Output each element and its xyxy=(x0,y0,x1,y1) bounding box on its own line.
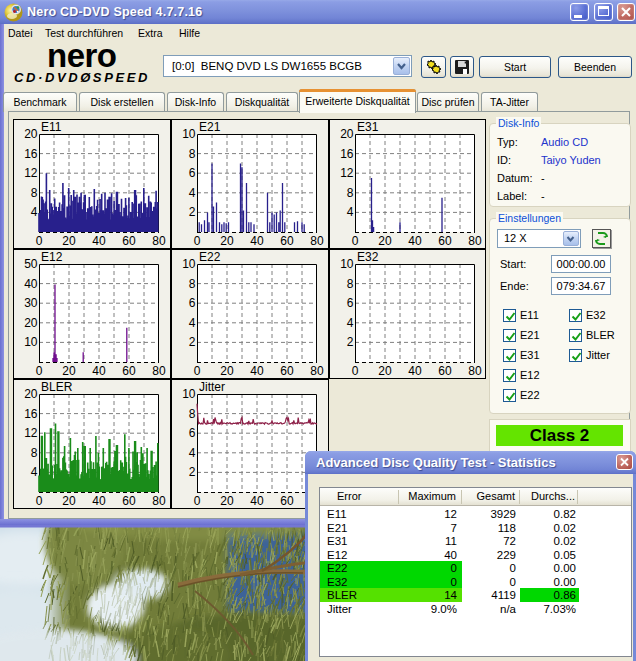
svg-text:40: 40 xyxy=(24,277,38,291)
svg-text:60: 60 xyxy=(122,494,136,508)
svg-text:10: 10 xyxy=(182,387,196,401)
svg-text:40: 40 xyxy=(250,494,264,508)
svg-text:60: 60 xyxy=(122,234,136,248)
svg-text:10: 10 xyxy=(340,257,354,271)
svg-text:40: 40 xyxy=(92,494,106,508)
svg-text:80: 80 xyxy=(310,234,324,248)
svg-text:20: 20 xyxy=(220,494,234,508)
svg-text:40: 40 xyxy=(408,364,422,378)
svg-text:E31: E31 xyxy=(357,120,379,134)
svg-text:20: 20 xyxy=(62,364,76,378)
svg-text:4: 4 xyxy=(189,316,196,330)
svg-text:6: 6 xyxy=(189,296,196,310)
svg-text:10: 10 xyxy=(182,127,196,141)
svg-text:8: 8 xyxy=(347,277,354,291)
svg-text:60: 60 xyxy=(438,234,452,248)
svg-text:20: 20 xyxy=(378,234,392,248)
svg-text:50: 50 xyxy=(24,257,38,271)
svg-text:0: 0 xyxy=(36,234,43,248)
svg-text:16: 16 xyxy=(24,147,38,161)
svg-text:12: 12 xyxy=(24,166,38,180)
svg-text:40: 40 xyxy=(250,364,264,378)
svg-text:8: 8 xyxy=(347,186,354,200)
svg-text:20: 20 xyxy=(62,234,76,248)
svg-text:8: 8 xyxy=(31,186,38,200)
svg-text:E21: E21 xyxy=(199,120,221,134)
svg-text:60: 60 xyxy=(438,364,452,378)
svg-text:16: 16 xyxy=(340,147,354,161)
svg-text:E11: E11 xyxy=(41,120,62,134)
svg-text:30: 30 xyxy=(24,296,38,310)
svg-text:8: 8 xyxy=(189,277,196,291)
svg-text:2: 2 xyxy=(189,335,196,349)
svg-text:80: 80 xyxy=(152,234,166,248)
svg-text:0: 0 xyxy=(36,364,43,378)
svg-text:2: 2 xyxy=(189,205,196,219)
svg-text:10: 10 xyxy=(24,335,38,349)
svg-text:2: 2 xyxy=(347,335,354,349)
svg-text:80: 80 xyxy=(310,364,324,378)
svg-text:4: 4 xyxy=(31,465,38,479)
svg-text:E32: E32 xyxy=(357,250,379,264)
svg-text:0: 0 xyxy=(352,234,359,248)
svg-text:0: 0 xyxy=(194,494,201,508)
svg-text:20: 20 xyxy=(24,127,38,141)
svg-text:4: 4 xyxy=(31,205,38,219)
svg-text:0: 0 xyxy=(352,364,359,378)
svg-text:0: 0 xyxy=(36,494,43,508)
svg-text:80: 80 xyxy=(468,234,482,248)
svg-text:20: 20 xyxy=(24,387,38,401)
svg-text:6: 6 xyxy=(347,296,354,310)
svg-text:4: 4 xyxy=(189,186,196,200)
svg-text:16: 16 xyxy=(24,407,38,421)
svg-text:0: 0 xyxy=(194,234,201,248)
svg-text:20: 20 xyxy=(220,364,234,378)
svg-text:80: 80 xyxy=(152,494,166,508)
svg-text:80: 80 xyxy=(468,364,482,378)
svg-text:E22: E22 xyxy=(199,250,221,264)
svg-text:10: 10 xyxy=(182,257,196,271)
svg-text:20: 20 xyxy=(62,494,76,508)
svg-text:8: 8 xyxy=(31,446,38,460)
svg-text:8: 8 xyxy=(189,147,196,161)
svg-text:E12: E12 xyxy=(41,250,63,264)
svg-text:4: 4 xyxy=(347,316,354,330)
svg-text:80: 80 xyxy=(152,364,166,378)
svg-text:40: 40 xyxy=(250,234,264,248)
svg-text:60: 60 xyxy=(280,364,294,378)
svg-text:40: 40 xyxy=(92,364,106,378)
svg-text:12: 12 xyxy=(24,426,38,440)
svg-text:20: 20 xyxy=(24,316,38,330)
svg-text:2: 2 xyxy=(189,465,196,479)
svg-text:60: 60 xyxy=(280,494,294,508)
svg-text:6: 6 xyxy=(189,426,196,440)
svg-text:BLER: BLER xyxy=(41,380,73,394)
svg-text:60: 60 xyxy=(280,234,294,248)
svg-text:8: 8 xyxy=(189,407,196,421)
svg-text:0: 0 xyxy=(194,364,201,378)
svg-text:4: 4 xyxy=(189,446,196,460)
svg-text:4: 4 xyxy=(347,205,354,219)
svg-text:20: 20 xyxy=(378,364,392,378)
svg-text:40: 40 xyxy=(92,234,106,248)
svg-text:6: 6 xyxy=(189,166,196,180)
svg-text:60: 60 xyxy=(122,364,136,378)
svg-text:Jitter: Jitter xyxy=(199,380,225,394)
svg-text:20: 20 xyxy=(220,234,234,248)
svg-text:40: 40 xyxy=(408,234,422,248)
svg-text:20: 20 xyxy=(340,127,354,141)
svg-text:12: 12 xyxy=(340,166,354,180)
